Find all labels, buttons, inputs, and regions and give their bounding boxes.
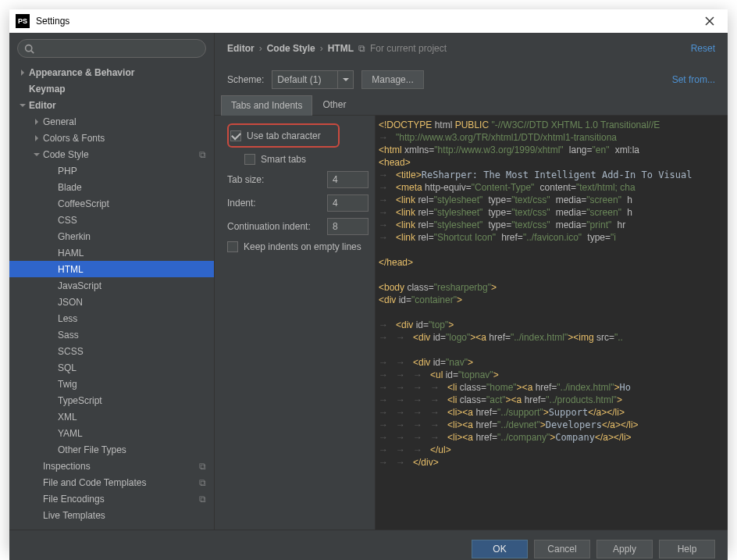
chevron-down-icon bbox=[33, 152, 41, 158]
bc-html: HTML bbox=[328, 43, 354, 54]
search-row bbox=[9, 33, 214, 64]
indent-input[interactable]: 4 bbox=[327, 194, 368, 212]
tab-size-label: Tab size: bbox=[227, 174, 322, 185]
cont-label: Continuation indent: bbox=[227, 221, 322, 232]
use-tab-char-checkbox[interactable]: Use tab character bbox=[230, 130, 333, 141]
tree-codestyle[interactable]: Code Style⧉ bbox=[9, 146, 214, 162]
scope-icon: ⧉ bbox=[358, 43, 365, 54]
tab-size-row: Tab size: 4 bbox=[227, 171, 368, 188]
manage-button[interactable]: Manage... bbox=[361, 70, 423, 89]
tree-lang-json[interactable]: JSON bbox=[9, 294, 214, 310]
chevron-right-icon bbox=[33, 135, 41, 141]
tree-livetpl[interactable]: Live Templates bbox=[9, 507, 214, 523]
use-tab-char-label: Use tab character bbox=[247, 130, 321, 141]
tree-lang-coffeescript[interactable]: CoffeeScript bbox=[9, 195, 214, 212]
bc-context: For current project bbox=[370, 43, 447, 54]
svg-marker-5 bbox=[20, 104, 26, 107]
cancel-button[interactable]: Cancel bbox=[534, 540, 590, 558]
tree-lang-js[interactable]: JavaScript bbox=[9, 277, 214, 294]
header-row: Editor › Code Style › HTML ⧉ For current… bbox=[215, 33, 728, 64]
bc-editor[interactable]: Editor bbox=[227, 43, 255, 54]
tree-lang-php[interactable]: PHP bbox=[9, 162, 214, 179]
tree-lang-scss[interactable]: SCSS bbox=[9, 343, 214, 359]
chevron-down-icon bbox=[343, 77, 349, 83]
svg-point-2 bbox=[26, 45, 32, 51]
indent-row: Indent: 4 bbox=[227, 194, 368, 212]
tree-appearance[interactable]: Appearance & Behavior bbox=[9, 64, 214, 80]
apply-button[interactable]: Apply bbox=[596, 540, 653, 558]
breadcrumb: Editor › Code Style › HTML ⧉ For current… bbox=[227, 43, 691, 54]
options-panel: Use tab character Smart tabs Tab size: 4 bbox=[215, 116, 375, 530]
chevron-down-icon bbox=[19, 102, 27, 109]
keep-empty-checkbox[interactable]: Keep indents on empty lines bbox=[227, 241, 368, 252]
window-title: Settings bbox=[36, 16, 698, 27]
checkbox-icon bbox=[227, 241, 238, 252]
tree-lang-blade[interactable]: Blade bbox=[9, 179, 214, 195]
svg-marker-7 bbox=[35, 135, 38, 141]
tree-keymap[interactable]: Keymap bbox=[9, 80, 214, 97]
tree-lang-other[interactable]: Other File Types bbox=[9, 441, 214, 458]
checkbox-icon bbox=[230, 130, 241, 141]
svg-marker-9 bbox=[343, 78, 349, 81]
reset-link[interactable]: Reset bbox=[691, 43, 715, 54]
titlebar: PS Settings bbox=[9, 9, 728, 33]
footer: OK Cancel Apply Help bbox=[9, 530, 728, 560]
svg-marker-8 bbox=[34, 153, 40, 156]
sidebar: Appearance & Behavior Keymap Editor Gene… bbox=[9, 33, 215, 530]
setfrom-link[interactable]: Set from... bbox=[672, 74, 715, 85]
highlight-box: Use tab character bbox=[227, 123, 340, 148]
tree-lang-sass[interactable]: Sass bbox=[9, 326, 214, 343]
scope-icon: ⧉ bbox=[199, 477, 206, 488]
tree-lang-html[interactable]: HTML bbox=[9, 261, 214, 277]
tree-editor[interactable]: Editor bbox=[9, 97, 214, 113]
tree-lang-yaml[interactable]: YAML bbox=[9, 425, 214, 441]
tree-inspections[interactable]: Inspections⧉ bbox=[9, 458, 214, 474]
scope-icon: ⧉ bbox=[199, 494, 206, 505]
checkbox-icon bbox=[244, 154, 255, 165]
tree-lang-gherkin[interactable]: Gherkin bbox=[9, 228, 214, 244]
tree-lang-ts[interactable]: TypeScript bbox=[9, 392, 214, 408]
tree-fileenc[interactable]: File Encodings⧉ bbox=[9, 490, 214, 507]
tree-lang-less[interactable]: Less bbox=[9, 310, 214, 326]
svg-marker-4 bbox=[21, 70, 24, 76]
help-button[interactable]: Help bbox=[659, 540, 715, 558]
tab-indents[interactable]: Tabs and Indents bbox=[221, 95, 312, 116]
tab-other[interactable]: Other bbox=[312, 95, 356, 115]
scheme-select[interactable]: Default (1) bbox=[272, 70, 338, 89]
tree-colors[interactable]: Colors & Fonts bbox=[9, 130, 214, 146]
search-input[interactable] bbox=[17, 39, 206, 58]
chevron-right-icon bbox=[19, 70, 27, 76]
svg-marker-6 bbox=[35, 119, 38, 125]
tree-lang-sql[interactable]: SQL bbox=[9, 359, 214, 376]
tree-filetpl[interactable]: File and Code Templates⧉ bbox=[9, 474, 214, 490]
bc-codestyle[interactable]: Code Style bbox=[267, 43, 315, 54]
tree-lang-xml[interactable]: XML bbox=[9, 408, 214, 425]
tree-general[interactable]: General bbox=[9, 113, 214, 130]
smart-tabs-checkbox[interactable]: Smart tabs bbox=[227, 154, 368, 165]
options-row: Use tab character Smart tabs Tab size: 4 bbox=[215, 116, 728, 530]
tab-size-input[interactable]: 4 bbox=[327, 171, 368, 188]
cont-row: Continuation indent: 8 bbox=[227, 218, 368, 235]
search-icon bbox=[24, 44, 34, 54]
app-logo: PS bbox=[16, 14, 30, 28]
scheme-dropdown[interactable] bbox=[338, 70, 354, 89]
tree-lang-haml[interactable]: HAML bbox=[9, 244, 214, 261]
tabs-row: Tabs and Indents Other bbox=[215, 95, 728, 116]
tree-lang-twig[interactable]: Twig bbox=[9, 376, 214, 392]
settings-window: PS Settings Appearance & Behavior Keymap… bbox=[9, 9, 728, 551]
keep-empty-label: Keep indents on empty lines bbox=[244, 241, 361, 252]
close-button[interactable] bbox=[698, 9, 721, 33]
close-icon bbox=[705, 16, 714, 26]
chevron-right-icon: › bbox=[320, 43, 323, 54]
indent-label: Indent: bbox=[227, 198, 322, 209]
chevron-right-icon bbox=[33, 119, 41, 125]
right-area: Editor › Code Style › HTML ⧉ For current… bbox=[215, 33, 728, 530]
scheme-row: Scheme: Default (1) Manage... Set from..… bbox=[215, 64, 728, 95]
tree-lang-css[interactable]: CSS bbox=[9, 212, 214, 228]
cont-input[interactable]: 8 bbox=[327, 218, 368, 235]
scope-icon: ⧉ bbox=[199, 149, 206, 160]
ok-button[interactable]: OK bbox=[472, 540, 528, 558]
svg-line-3 bbox=[31, 50, 34, 52]
settings-tree[interactable]: Appearance & Behavior Keymap Editor Gene… bbox=[9, 64, 214, 530]
content: Appearance & Behavior Keymap Editor Gene… bbox=[9, 33, 728, 560]
